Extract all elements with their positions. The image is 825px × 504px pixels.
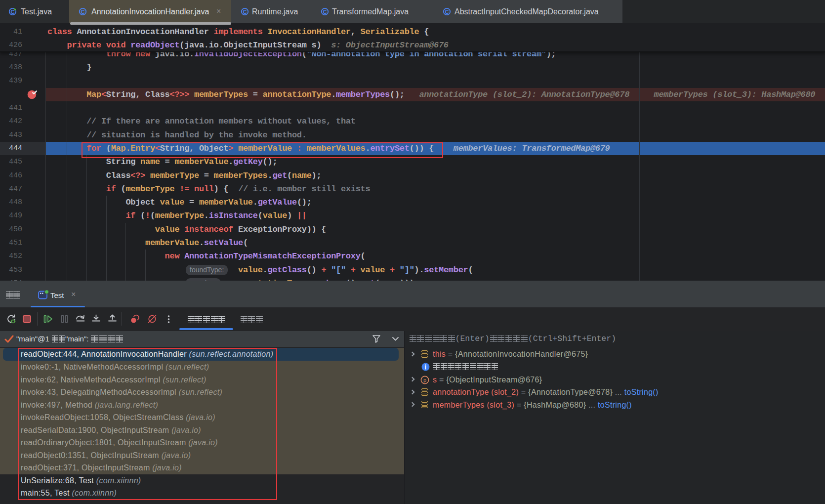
svg-text:C: C <box>445 9 449 15</box>
svg-text:C: C <box>81 9 85 15</box>
svg-text:p: p <box>423 377 426 383</box>
svg-text:C: C <box>323 9 327 15</box>
svg-text:C: C <box>243 9 247 15</box>
